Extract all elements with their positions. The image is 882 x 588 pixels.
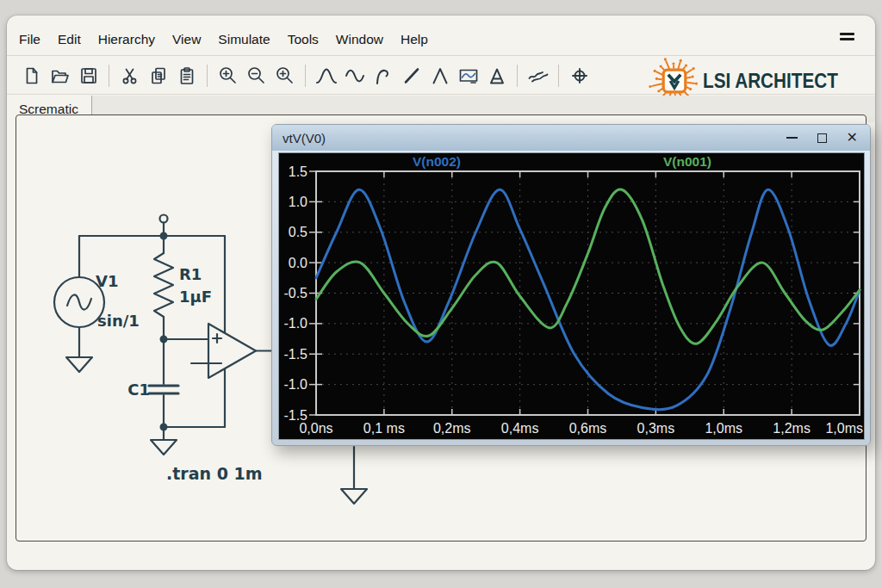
window-controls: ✕ — [786, 131, 858, 145]
logo-trace — [686, 77, 692, 78]
menu-window[interactable]: Window — [336, 32, 383, 47]
ground-symbol-v1 — [66, 357, 92, 372]
open-folder-icon — [50, 66, 70, 85]
sine-wave-icon — [345, 66, 365, 85]
paste-icon — [177, 66, 196, 85]
logo-trace-dot — [649, 85, 651, 88]
v1-name-label: V1 — [96, 272, 118, 290]
cut-icon — [121, 66, 140, 85]
logo-trace-dot — [679, 59, 681, 62]
cut-button[interactable] — [115, 63, 144, 89]
menu-hierarchy[interactable]: Hierarchy — [98, 32, 155, 47]
copy-icon — [149, 66, 168, 85]
logo-trace-dot — [672, 62, 674, 65]
save-button[interactable] — [74, 63, 102, 89]
crosshair-tool-button[interactable] — [565, 63, 593, 89]
menu-tools[interactable]: Tools — [288, 32, 319, 47]
toolbar-separator — [109, 65, 109, 87]
ground-symbol-output — [341, 489, 367, 504]
plot-area[interactable]: 1.51.00.50.0-0.5-1.0-1.5-1.0-1.50,0ns0,1… — [278, 152, 865, 440]
ground-triangle-icon — [488, 66, 506, 85]
zoom-in-button[interactable] — [214, 63, 242, 89]
rising-curve-icon — [374, 66, 393, 85]
ground-tool-button[interactable] — [482, 63, 511, 89]
x-tick-label: 0,0ns — [299, 421, 332, 436]
x-tick-label: 0,3ms — [637, 421, 675, 436]
waveform-title: vtV(V0) — [283, 131, 326, 145]
schematic-canvas[interactable]: V1 sin/1 R1 1µF C1 .tran 0 1m vtV(V0) ✕ … — [16, 115, 866, 542]
y-tick-label: 0.0 — [289, 256, 307, 270]
minimize-icon[interactable] — [786, 137, 798, 139]
maximize-icon[interactable] — [817, 133, 827, 143]
menu-view[interactable]: View — [172, 32, 201, 47]
logo-trace — [686, 83, 695, 84]
v1-value-label: sin/1 — [97, 312, 140, 330]
text-tool-button[interactable] — [425, 63, 454, 89]
logo-trace-dot — [664, 58, 667, 60]
paste-button[interactable] — [172, 63, 201, 89]
menu-edit[interactable]: Edit — [58, 32, 81, 47]
y-tick-label: -1.0 — [283, 377, 307, 392]
logo-text: LSI ARCHITECT — [703, 70, 838, 93]
logo-trace — [678, 62, 680, 69]
r1-resistor-symbol — [154, 253, 173, 317]
logo-trace-dot — [659, 65, 662, 67]
port-node — [160, 215, 168, 223]
text-icon — [431, 66, 450, 85]
tran-directive: .tran 0 1m — [166, 464, 263, 483]
logo-trace-dot — [657, 90, 660, 92]
bell-curve-tool-button[interactable] — [312, 63, 340, 89]
r1-name-label: R1 — [179, 265, 202, 283]
legend-V(n002): V(n002) — [413, 154, 461, 169]
series-V(n001) — [316, 189, 860, 344]
new-file-icon — [22, 66, 41, 85]
logo-trace-dot — [653, 70, 655, 72]
opamp-symbol — [208, 324, 256, 378]
y-tick-label: 0.5 — [289, 225, 307, 239]
logo-trace-dot — [695, 83, 698, 85]
y-tick-label: 1.0 — [289, 195, 307, 209]
toolbar-separator — [558, 65, 559, 87]
logo-trace-dot — [689, 88, 692, 90]
x-tick-label: 0,4ms — [501, 421, 539, 436]
junction-dot — [161, 337, 167, 343]
logo-trace — [651, 84, 662, 86]
r1-value-label: 1µF — [179, 288, 212, 306]
desktop: { "menubar": { "items": ["File", "Edit",… — [0, 0, 882, 588]
x-tick-label: 1,0ms — [825, 421, 863, 436]
y-tick-label: -1.5 — [283, 408, 307, 423]
waveform-window-button[interactable] — [454, 63, 482, 89]
sine-tool-button[interactable] — [340, 63, 369, 89]
x-tick-label: 0,1 ms — [363, 421, 405, 436]
waveform-titlebar[interactable]: vtV(V0) ✕ — [272, 125, 870, 151]
menu-simulate[interactable]: Simulate — [218, 32, 270, 47]
plot-chart: 1.51.00.50.0-0.5-1.0-1.5-1.0-1.50,0ns0,1… — [278, 152, 865, 440]
scribble-tool-button[interactable] — [524, 63, 552, 89]
y-tick-label: 1.5 — [289, 164, 307, 179]
close-icon[interactable]: ✕ — [847, 131, 858, 145]
logo-trace-dot — [655, 77, 658, 80]
copy-button[interactable] — [144, 63, 172, 89]
x-tick-label: 0,6ms — [569, 421, 607, 436]
toolbar-separator — [517, 65, 518, 87]
scribble-icon — [527, 66, 550, 85]
c1-name-label: C1 — [127, 381, 150, 399]
x-tick-label: 1,0ms — [705, 421, 742, 436]
bell-curve-icon — [315, 66, 338, 85]
wire-icon — [402, 66, 421, 85]
zoom-out-button[interactable] — [242, 63, 270, 89]
x-tick-label: 0,2ms — [433, 421, 471, 436]
menu-help[interactable]: Help — [401, 32, 428, 47]
hamburger-menu-icon[interactable] — [840, 30, 854, 43]
menu-file[interactable]: File — [19, 32, 40, 47]
wire-tool-button[interactable] — [397, 63, 425, 89]
zoom-fit-icon — [275, 65, 295, 85]
toolbar-separator — [207, 65, 208, 87]
new-file-button[interactable] — [17, 63, 46, 89]
waveform-window[interactable]: vtV(V0) ✕ 1.51.00.50.0-0.5-1.0-1.5-1.0-1… — [271, 124, 871, 446]
zoom-fit-button[interactable] — [270, 63, 299, 89]
ground-symbol-main — [151, 440, 177, 455]
junction-dot — [161, 233, 167, 239]
open-file-button[interactable] — [46, 63, 74, 89]
curve-tool-button[interactable] — [369, 63, 397, 89]
